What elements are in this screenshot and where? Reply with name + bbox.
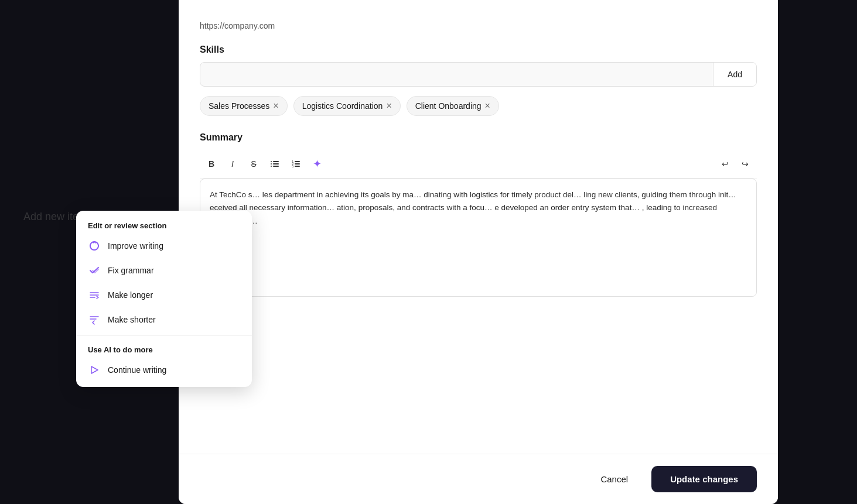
- make-shorter-label: Make shorter: [108, 315, 156, 324]
- modal-body: https://company.com Skills Add Sales Pro…: [179, 0, 778, 454]
- summary-editor-wrapper: At TechCo s­… les department in achievin…: [200, 179, 757, 297]
- ai-continue-writing[interactable]: Continue writing: [76, 358, 252, 382]
- ai-menu-section1-header: Edit or review section: [76, 215, 252, 234]
- ai-fix-grammar[interactable]: Fix grammar: [76, 258, 252, 283]
- summary-editor[interactable]: At TechCo s­… les department in achievin…: [200, 179, 756, 296]
- cancel-button[interactable]: Cancel: [584, 467, 644, 491]
- svg-rect-1: [273, 161, 279, 162]
- svg-rect-4: [271, 166, 272, 167]
- remove-tag-client-onboarding[interactable]: ×: [485, 101, 490, 111]
- ai-make-longer[interactable]: Make longer: [76, 283, 252, 307]
- ai-menu-section2-header: Use AI to do more: [76, 340, 252, 358]
- modal-footer: Cancel Update changes: [179, 454, 778, 504]
- svg-rect-9: [295, 163, 300, 164]
- fix-grammar-icon: [88, 264, 101, 277]
- bullet-list-button[interactable]: [265, 155, 284, 173]
- add-skill-button[interactable]: Add: [713, 63, 756, 86]
- svg-marker-17: [91, 366, 98, 373]
- make-longer-label: Make longer: [108, 290, 153, 300]
- ai-dropdown-menu: Edit or review section Improve writing F…: [76, 211, 252, 387]
- italic-button[interactable]: I: [223, 155, 242, 173]
- skills-tags-row: Sales Processes × Logistics Coordination…: [200, 96, 757, 116]
- make-longer-icon: [88, 289, 101, 301]
- continue-writing-label: Continue writing: [108, 365, 166, 375]
- svg-rect-5: [273, 166, 279, 167]
- svg-rect-7: [295, 161, 300, 162]
- edit-modal: https://company.com Skills Add Sales Pro…: [179, 0, 778, 504]
- ai-make-shorter[interactable]: Make shorter: [76, 307, 252, 332]
- ai-menu-divider: [76, 335, 252, 336]
- strikethrough-button[interactable]: S: [244, 155, 263, 173]
- summary-section-label: Summary: [200, 132, 757, 143]
- improve-writing-icon: [88, 239, 101, 252]
- remove-tag-logistics[interactable]: ×: [386, 101, 391, 111]
- undo-button[interactable]: ↩: [716, 155, 735, 173]
- fix-grammar-label: Fix grammar: [108, 266, 154, 275]
- svg-text:3.: 3.: [292, 164, 294, 168]
- ai-tools-button[interactable]: ✦: [308, 155, 326, 173]
- redo-button[interactable]: ↪: [736, 155, 754, 173]
- svg-rect-11: [295, 166, 300, 167]
- continue-writing-icon: [88, 364, 101, 376]
- tag-logistics-coordination: Logistics Coordination ×: [293, 96, 401, 116]
- tag-label: Sales Processes: [209, 101, 269, 111]
- update-changes-button[interactable]: Update changes: [651, 466, 757, 492]
- make-shorter-icon: [88, 313, 101, 326]
- tag-sales-processes: Sales Processes ×: [200, 96, 288, 116]
- url-field[interactable]: https://company.com: [200, 16, 757, 30]
- undo-redo-group: ↩ ↪: [716, 155, 754, 173]
- tag-client-onboarding: Client Onboarding ×: [407, 96, 499, 116]
- editor-toolbar: B I S 1. 2. 3.: [200, 150, 757, 179]
- skills-section-label: Skills: [200, 44, 757, 55]
- svg-rect-0: [271, 161, 272, 162]
- bold-button[interactable]: B: [202, 155, 221, 173]
- numbered-list-button[interactable]: 1. 2. 3.: [286, 155, 305, 173]
- remove-tag-sales-processes[interactable]: ×: [273, 101, 278, 111]
- svg-rect-2: [271, 163, 272, 164]
- tag-label: Client Onboarding: [415, 101, 482, 111]
- tag-label: Logistics Coordination: [302, 101, 383, 111]
- skills-input-container: Add: [200, 62, 757, 87]
- svg-rect-3: [273, 163, 279, 164]
- improve-writing-label: Improve writing: [108, 241, 163, 251]
- skills-text-input[interactable]: [200, 63, 713, 86]
- ai-improve-writing[interactable]: Improve writing: [76, 234, 252, 258]
